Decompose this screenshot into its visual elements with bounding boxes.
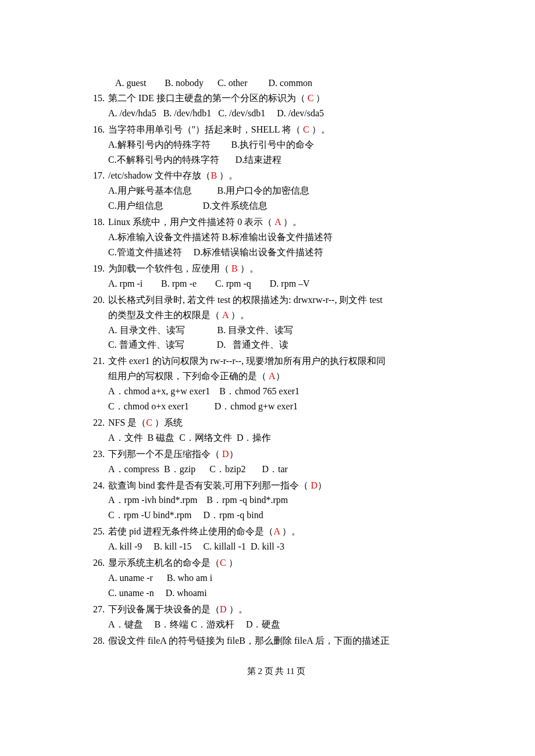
q-body: 第二个 IDE 接口主硬盘的第一个分区的标识为（ C ）A. /dev/hda5… <box>108 91 451 121</box>
answer: A <box>222 310 229 320</box>
q-body: 若使 pid 进程无条件终止使用的命令是（A ）。A. kill -9 B. k… <box>108 524 451 554</box>
stem-text: ）。 <box>280 526 301 536</box>
stem-text: 的类型及文件主的权限是（ <box>108 310 222 320</box>
question-26: 26.显示系统主机名的命令是（C ）A. uname -r B. who am … <box>93 555 459 601</box>
answer: D <box>222 449 229 459</box>
option-text: C.不解释引号内的特殊字符 D.结束进程 <box>108 155 281 165</box>
q-body: 下列那一个不是压缩指令（ D）A．compress B．gzip C．bzip2… <box>108 447 451 477</box>
q-number: 21. <box>93 354 108 369</box>
question-25: 25.若使 pid 进程无条件终止使用的命令是（A ）。A. kill -9 B… <box>93 524 459 554</box>
q-number: 25. <box>93 524 108 539</box>
option-text: C．chmod o+x exer1 D．chmod g+w exer1 <box>108 401 298 411</box>
stem-text: 为卸载一个软件包，应使用（ <box>108 263 231 273</box>
option-text: A．chmod a+x, g+w exer1 B．chmod 765 exer1 <box>108 386 299 396</box>
q-number: 28. <box>93 633 108 648</box>
q-body: /etc/shadow 文件中存放（B ）。A.用户账号基本信息 B.用户口令的… <box>108 168 451 213</box>
q-number: 19. <box>93 261 108 276</box>
stem-text: 显示系统主机名的命令是（ <box>108 558 220 568</box>
stem-text: 下列设备属于块设备的是（ <box>108 604 220 614</box>
question-18: 18.Linux 系统中，用户文件描述符 0 表示（ A ）。A.标准输入设备文… <box>93 215 459 260</box>
stem-text: ）系统 <box>152 418 183 427</box>
question-15: 15.第二个 IDE 接口主硬盘的第一个分区的标识为（ C ）A. /dev/h… <box>93 91 459 121</box>
q-number: 18. <box>93 215 108 230</box>
document-page: A. guest B. nobody C. other D. common 15… <box>0 0 535 712</box>
stem-text: 第二个 IDE 接口主硬盘的第一个分区的标识为（ <box>108 93 308 103</box>
q-body: 下列设备属于块设备的是（D ）。A．键盘 B．终端 C．游戏杆 D．硬盘 <box>108 602 451 632</box>
answer: D <box>220 604 227 614</box>
q-body: Linux 系统中，用户文件描述符 0 表示（ A ）。A.标准输入设备文件描述… <box>108 215 451 260</box>
option-text: C．rpm -U bind*.rpm D．rpm -q bind <box>108 510 263 520</box>
stem-text: ）。 <box>229 310 249 320</box>
stem-text: ） <box>229 449 238 459</box>
answer: A <box>273 526 280 536</box>
question-27: 27.下列设备属于块设备的是（D ）。A．键盘 B．终端 C．游戏杆 D．硬盘 <box>93 602 459 632</box>
question-28: 28.假设文件 fileA 的符号链接为 fileB，那么删除 fileA 后，… <box>93 633 459 648</box>
option-text: C.管道文件描述符 D.标准错误输出设备文件描述符 <box>108 247 323 257</box>
q-body: 以长格式列目录时, 若文件 test 的权限描述为: drwxrw-r--, 则… <box>108 293 451 353</box>
stem-text: ） <box>226 558 238 568</box>
answer: C <box>220 558 226 568</box>
option-text: A. uname -r B. who am i <box>108 573 212 583</box>
option-text: A．rpm -ivh bind*.rpm B．rpm -q bind*.rpm <box>108 495 288 505</box>
option-text: A.解释引号内的特殊字符 B.执行引号中的命令 <box>108 140 314 149</box>
q-body: 假设文件 fileA 的符号链接为 fileB，那么删除 fileA 后，下面的… <box>108 633 451 648</box>
answer: A <box>269 371 276 381</box>
answer: C <box>303 124 309 134</box>
option-text: A．键盘 B．终端 C．游戏杆 D．硬盘 <box>108 619 280 629</box>
stem-text: ）。 <box>281 217 302 227</box>
option-text: A. 目录文件、读写 B. 目录文件、读写 <box>108 325 293 335</box>
stem-text: NFS 是（ <box>108 418 146 427</box>
q-body: 显示系统主机名的命令是（C ）A. uname -r B. who am iC.… <box>108 555 451 601</box>
question-19: 19.为卸载一个软件包，应使用（ B ）。A. rpm -i B. rpm -e… <box>93 261 459 291</box>
q14-options: A. guest B. nobody C. other D. common <box>93 76 459 91</box>
question-16: 16.当字符串用单引号（''）括起来时，SHELL 将（ C ）。A.解释引号内… <box>93 122 459 167</box>
stem-text: /etc/shadow 文件中存放（ <box>108 170 211 180</box>
question-24: 24.欲查询 bind 套件是否有安装,可用下列那一指令（ D）A．rpm -i… <box>93 478 459 523</box>
q-body: 当字符串用单引号（''）括起来时，SHELL 将（ C ）。A.解释引号内的特殊… <box>108 122 451 167</box>
option-text: A. guest B. nobody C. other D. common <box>115 78 312 88</box>
option-text: A. kill -9 B. kill -15 C. killall -1 D. … <box>108 541 284 551</box>
q-number: 20. <box>93 293 108 308</box>
q-number: 24. <box>93 478 108 493</box>
option-text: A.用户账号基本信息 B.用户口令的加密信息 <box>108 186 309 195</box>
option-text: C. 普通文件、读写 D. 普通文件、读 <box>108 340 288 350</box>
q-number: 22. <box>93 415 108 430</box>
q-number: 26. <box>93 555 108 570</box>
stem-text: Linux 系统中，用户文件描述符 0 表示（ <box>108 217 274 227</box>
stem-text: 假设文件 fileA 的符号链接为 fileB，那么删除 fileA 后，下面的… <box>108 636 390 646</box>
answer: A <box>274 217 281 227</box>
q-body: NFS 是（C ）系统A．文件 B 磁盘 C．网络文件 D．操作 <box>108 415 451 445</box>
stem-text: ） <box>276 371 285 381</box>
stem-text: 以长格式列目录时, 若文件 test 的权限描述为: drwxrw-r--, 则… <box>108 295 383 305</box>
question-23: 23.下列那一个不是压缩指令（ D）A．compress B．gzip C．bz… <box>93 447 459 477</box>
q-number: 23. <box>93 447 108 462</box>
q-body: 为卸载一个软件包，应使用（ B ）。A. rpm -i B. rpm -e C.… <box>108 261 451 291</box>
question-20: 20.以长格式列目录时, 若文件 test 的权限描述为: drwxrw-r--… <box>93 293 459 353</box>
question-21: 21.文件 exer1 的访问权限为 rw-r--r--, 现要增加所有用户的执… <box>93 354 459 414</box>
option-text: C. uname -n D. whoami <box>108 588 207 598</box>
answer: B <box>211 170 217 180</box>
q-body: 文件 exer1 的访问权限为 rw-r--r--, 现要增加所有用户的执行权限… <box>108 354 451 414</box>
stem-text: ）。 <box>309 124 330 134</box>
option-text: A．文件 B 磁盘 C．网络文件 D．操作 <box>108 433 271 443</box>
stem-text: ）。 <box>217 170 238 180</box>
answer: D <box>311 480 318 490</box>
stem-text: ）。 <box>238 263 259 273</box>
answer: C <box>308 93 314 103</box>
option-text: A. /dev/hda5 B. /dev/hdb1 C. /dev/sdb1 D… <box>108 108 324 118</box>
page-number: 第 2 页 共 11 页 <box>247 666 306 676</box>
answer: C <box>146 418 152 427</box>
stem-text: ）。 <box>227 604 248 614</box>
question-17: 17./etc/shadow 文件中存放（B ）。A.用户账号基本信息 B.用户… <box>93 168 459 213</box>
stem-text: 欲查询 bind 套件是否有安装,可用下列那一指令（ <box>108 480 311 490</box>
question-22: 22.NFS 是（C ）系统A．文件 B 磁盘 C．网络文件 D．操作 <box>93 415 459 445</box>
answer: B <box>231 263 238 273</box>
option-text: C.用户组信息 D.文件系统信息 <box>108 201 268 211</box>
option-text: A．compress B．gzip C．bzip2 D．tar <box>108 464 288 474</box>
stem-text: 若使 pid 进程无条件终止使用的命令是（ <box>108 526 273 536</box>
option-text: A. rpm -i B. rpm -e C. rpm -q D. rpm –V <box>108 279 310 288</box>
stem-text: 下列那一个不是压缩指令（ <box>108 449 222 459</box>
stem-text: 当字符串用单引号（''）括起来时，SHELL 将（ <box>108 124 303 134</box>
q-number: 27. <box>93 602 108 617</box>
q-number: 17. <box>93 168 108 183</box>
